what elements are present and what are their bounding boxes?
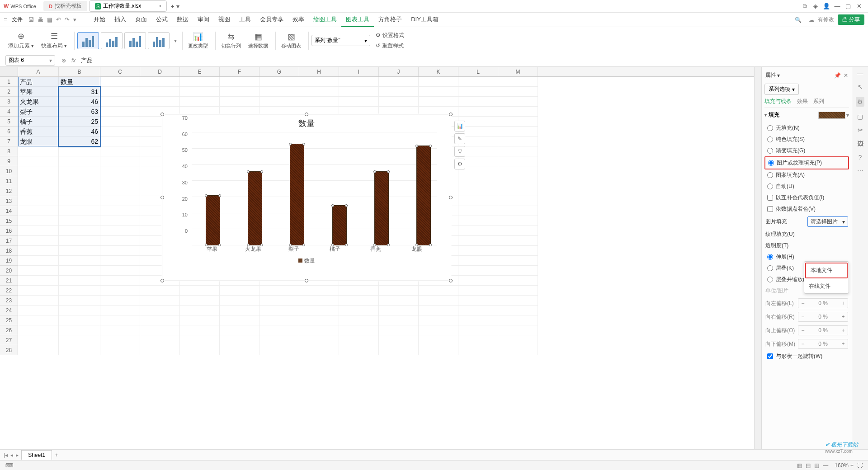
cell[interactable]: [18, 266, 59, 276]
row-header[interactable]: 9: [0, 156, 18, 166]
cell[interactable]: [458, 266, 498, 276]
cell[interactable]: [498, 246, 538, 256]
cell[interactable]: [100, 166, 140, 176]
cell[interactable]: [100, 97, 140, 107]
rail-clip-icon[interactable]: ✂: [858, 127, 863, 134]
cell[interactable]: [18, 176, 59, 186]
rail-collapse-icon[interactable]: —: [857, 70, 863, 77]
cell[interactable]: [299, 325, 339, 335]
cell[interactable]: [458, 206, 498, 216]
status-mode-icon[interactable]: ⌨: [5, 462, 13, 469]
cell[interactable]: [259, 315, 299, 325]
cell[interactable]: [458, 196, 498, 206]
cell[interactable]: [458, 345, 498, 355]
cell[interactable]: [419, 325, 458, 335]
row-header[interactable]: 7: [0, 136, 18, 146]
cell[interactable]: [18, 156, 59, 166]
cell[interactable]: [18, 276, 59, 286]
cube-icon[interactable]: ◈: [810, 3, 821, 9]
collapse-icon[interactable]: ▾: [764, 113, 767, 118]
row-header[interactable]: 23: [0, 296, 18, 306]
tab-fill-line[interactable]: 填充与线条: [764, 98, 792, 105]
cell[interactable]: [180, 87, 220, 97]
cell[interactable]: [458, 97, 498, 107]
zoom-out-button[interactable]: —: [823, 462, 828, 469]
redo-icon[interactable]: ↷: [65, 16, 70, 23]
cell[interactable]: [100, 266, 140, 276]
cell[interactable]: [299, 296, 339, 306]
cell[interactable]: [59, 196, 100, 206]
cell[interactable]: [419, 315, 458, 325]
sheet-nav-first[interactable]: |◂: [4, 452, 8, 458]
cell[interactable]: [498, 146, 538, 156]
fill-radio[interactable]: [767, 148, 773, 154]
cell[interactable]: [339, 286, 379, 296]
cell[interactable]: [18, 206, 59, 216]
cell[interactable]: [458, 176, 498, 186]
tab-chart-tools[interactable]: 图表工具: [341, 13, 374, 27]
chart-legend[interactable]: 数量: [162, 254, 451, 268]
cell[interactable]: [419, 296, 458, 306]
rail-help-icon[interactable]: ?: [859, 154, 862, 161]
cell[interactable]: [100, 226, 140, 236]
chart-bar[interactable]: [374, 171, 389, 245]
cell[interactable]: [100, 335, 140, 345]
cell[interactable]: [18, 325, 59, 335]
cell[interactable]: [419, 335, 458, 345]
cell[interactable]: [458, 77, 498, 87]
tab-tools[interactable]: 工具: [235, 13, 255, 27]
vertical-scrollbar[interactable]: [754, 67, 761, 449]
cell[interactable]: [100, 345, 140, 355]
chart-bar[interactable]: [416, 146, 431, 245]
offset-spinner[interactable]: −0 %+: [798, 339, 848, 349]
layout-radio[interactable]: [767, 277, 773, 282]
col-header[interactable]: G: [259, 67, 299, 76]
cell[interactable]: 63: [59, 107, 100, 117]
cell[interactable]: [18, 236, 59, 246]
cell[interactable]: [498, 236, 538, 246]
cell[interactable]: [140, 296, 180, 306]
cell[interactable]: [259, 345, 299, 355]
cell[interactable]: [100, 156, 140, 166]
row-header[interactable]: 19: [0, 256, 18, 266]
sheet-tab[interactable]: Sheet1: [21, 450, 52, 460]
fx-icon[interactable]: fx: [71, 57, 75, 64]
cell[interactable]: [220, 306, 259, 315]
col-header[interactable]: C: [100, 67, 140, 76]
print-icon[interactable]: 🖶: [38, 16, 43, 23]
col-header[interactable]: K: [419, 67, 458, 76]
cell[interactable]: 火龙果: [18, 97, 59, 107]
cell[interactable]: [339, 315, 379, 325]
cell[interactable]: [458, 325, 498, 335]
view-normal-icon[interactable]: ▦: [797, 462, 802, 469]
cell[interactable]: [259, 306, 299, 315]
cell[interactable]: [220, 345, 259, 355]
cell[interactable]: 46: [59, 127, 100, 136]
cell[interactable]: [220, 77, 259, 87]
tab-view[interactable]: 视图: [214, 13, 235, 27]
tab-review[interactable]: 审阅: [193, 13, 214, 27]
view-custom-icon[interactable]: ▥: [814, 462, 819, 469]
cell[interactable]: [100, 196, 140, 206]
cell[interactable]: [100, 296, 140, 306]
cell[interactable]: [458, 107, 498, 117]
pin-icon[interactable]: 📌: [834, 72, 841, 79]
tab-efficiency[interactable]: 效率: [288, 13, 309, 27]
chart-plot[interactable]: 010203040506070 苹果火龙果梨子橘子香蕉龙眼: [176, 132, 437, 254]
dropdown-local-file[interactable]: 本地文件: [805, 263, 848, 278]
cell[interactable]: [259, 325, 299, 335]
cell[interactable]: [100, 246, 140, 256]
cell[interactable]: [419, 77, 458, 87]
tab-member[interactable]: 会员专享: [255, 13, 288, 27]
cell[interactable]: [498, 186, 538, 196]
sheet-nav-next[interactable]: ▸: [16, 452, 19, 458]
rail-more-icon[interactable]: ⋯: [857, 167, 863, 174]
cell[interactable]: [100, 107, 140, 117]
row-header[interactable]: 25: [0, 315, 18, 325]
offset-spinner[interactable]: −0 %+: [798, 298, 848, 308]
cell[interactable]: [59, 146, 100, 156]
row-header[interactable]: 20: [0, 266, 18, 276]
row-header[interactable]: 12: [0, 186, 18, 196]
cell[interactable]: [299, 97, 339, 107]
cell[interactable]: [59, 345, 100, 355]
